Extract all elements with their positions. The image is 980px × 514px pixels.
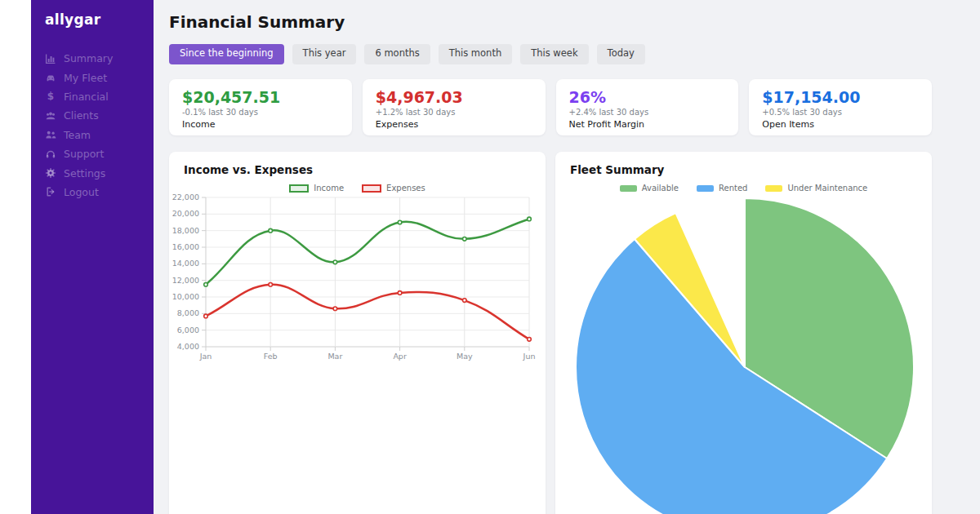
svg-text:10,000: 10,000: [172, 292, 199, 301]
brand-logo: allygar: [45, 11, 154, 28]
svg-text:20,000: 20,000: [172, 209, 199, 218]
sidebar-item-label: Settings: [64, 167, 105, 179]
filter-today[interactable]: Today: [597, 44, 645, 64]
sidebar-nav: Summary My Fleet $ Financial Clients: [45, 49, 154, 202]
line-chart-legend: Income Expenses: [169, 183, 546, 194]
gear-icon: [45, 167, 56, 179]
svg-text:$: $: [47, 91, 54, 102]
filter-since-the-beginning[interactable]: Since the beginning: [169, 44, 284, 64]
legend-label: Income: [314, 184, 344, 193]
stat-cards-row: $20,457.51 -0.1% last 30 days Income $4,…: [169, 79, 932, 135]
sidebar: allygar Summary My Fleet $ Financial: [31, 0, 154, 514]
sidebar-item-team[interactable]: Team: [45, 126, 154, 144]
sidebar-item-label: Logout: [64, 186, 99, 198]
svg-text:8,000: 8,000: [177, 308, 199, 317]
sidebar-item-clients[interactable]: Clients: [45, 106, 154, 125]
stat-delta: +0.5% last 30 days: [762, 108, 919, 117]
sidebar-item-label: Financial: [64, 91, 109, 103]
filter-this-year[interactable]: This year: [292, 44, 357, 64]
sidebar-item-label: My Fleet: [64, 72, 107, 84]
fleet-summary-card: Fleet Summary Available Rented Under Mai…: [555, 152, 932, 514]
fleet-summary-pie-chart: [555, 152, 932, 514]
stat-value: $17,154.00: [762, 89, 919, 105]
stat-card-expenses: $4,967.03 +1.2% last 30 days Expenses: [363, 79, 546, 135]
two-people-icon: [45, 129, 56, 140]
legend-label: Available: [642, 184, 679, 193]
stat-card-income: $20,457.51 -0.1% last 30 days Income: [169, 79, 352, 135]
svg-text:6,000: 6,000: [177, 325, 199, 334]
available-legend-swatch: [620, 185, 637, 192]
svg-text:18,000: 18,000: [172, 225, 199, 234]
legend-item-income[interactable]: Income: [289, 184, 344, 193]
people-group-icon: [45, 110, 56, 122]
sidebar-item-support[interactable]: Support: [45, 144, 154, 163]
legend-label: Under Maintenance: [787, 184, 867, 193]
svg-text:4,000: 4,000: [177, 342, 199, 351]
stat-label: Expenses: [376, 119, 532, 130]
stat-label: Net Profit Margin: [569, 119, 726, 130]
sidebar-item-label: Team: [64, 129, 91, 141]
stat-label: Open Items: [762, 119, 919, 130]
income-expenses-line-chart: 4,0006,0008,00010,00012,00014,00016,0001…: [169, 152, 546, 514]
svg-text:Jun: Jun: [523, 352, 536, 361]
legend-label: Expenses: [386, 184, 425, 193]
charts-row: Income vs. Expenses Income Expenses 4,00…: [169, 152, 932, 514]
svg-text:Apr: Apr: [393, 352, 407, 361]
legend-item-available[interactable]: Available: [620, 184, 679, 193]
logout-icon: [45, 186, 56, 197]
svg-text:12,000: 12,000: [172, 275, 199, 284]
bar-chart-icon: [45, 53, 56, 64]
svg-text:May: May: [457, 352, 473, 361]
stat-value: 26%: [569, 89, 726, 105]
headset-icon: [45, 148, 56, 160]
stat-card-net-profit-margin: 26% +2.4% last 30 days Net Profit Margin: [556, 79, 739, 135]
dashboard-page: allygar Summary My Fleet $ Financial: [0, 0, 980, 514]
dollar-icon: $: [45, 91, 56, 102]
under-maintenance-legend-swatch: [765, 185, 782, 192]
stat-delta: +2.4% last 30 days: [569, 108, 726, 117]
filter-this-week[interactable]: This week: [520, 44, 588, 64]
stat-card-open-items: $17,154.00 +0.5% last 30 days Open Items: [749, 79, 932, 135]
sidebar-item-financial[interactable]: $ Financial: [45, 87, 154, 106]
rented-legend-swatch: [697, 185, 714, 192]
legend-label: Rented: [719, 184, 747, 193]
pie-chart-legend: Available Rented Under Maintenance: [555, 183, 932, 194]
stat-delta: +1.2% last 30 days: [376, 108, 532, 117]
filter-6-months[interactable]: 6 months: [364, 44, 430, 64]
sidebar-item-label: Clients: [64, 109, 99, 122]
expenses-legend-swatch: [362, 184, 381, 193]
stat-value: $4,967.03: [376, 89, 532, 105]
stat-label: Income: [182, 119, 339, 130]
filter-this-month[interactable]: This month: [439, 44, 512, 64]
income-legend-swatch: [289, 184, 309, 193]
svg-text:16,000: 16,000: [172, 242, 199, 251]
svg-text:14,000: 14,000: [172, 259, 199, 268]
svg-text:Mar: Mar: [327, 352, 342, 361]
svg-text:Feb: Feb: [264, 352, 278, 361]
stat-value: $20,457.51: [182, 89, 339, 105]
filter-bar: Since the beginning This year 6 months T…: [169, 44, 932, 64]
sidebar-item-summary[interactable]: Summary: [45, 49, 154, 68]
sidebar-item-label: Support: [64, 148, 104, 160]
sidebar-item-my-fleet[interactable]: My Fleet: [45, 68, 154, 86]
svg-text:Jan: Jan: [199, 352, 212, 361]
legend-item-under-maintenance[interactable]: Under Maintenance: [765, 184, 867, 193]
legend-item-rented[interactable]: Rented: [697, 184, 747, 193]
car-icon: [45, 72, 56, 83]
main-content: Financial Summary Since the beginning Th…: [154, 0, 980, 514]
sidebar-item-settings[interactable]: Settings: [45, 163, 154, 182]
stat-delta: -0.1% last 30 days: [182, 108, 339, 117]
page-title: Financial Summary: [169, 11, 932, 33]
income-expenses-card: Income vs. Expenses Income Expenses 4,00…: [169, 152, 546, 514]
page-left-margin: [0, 0, 31, 514]
sidebar-item-label: Summary: [64, 52, 113, 64]
sidebar-item-logout[interactable]: Logout: [45, 183, 154, 202]
legend-item-expenses[interactable]: Expenses: [362, 184, 425, 193]
